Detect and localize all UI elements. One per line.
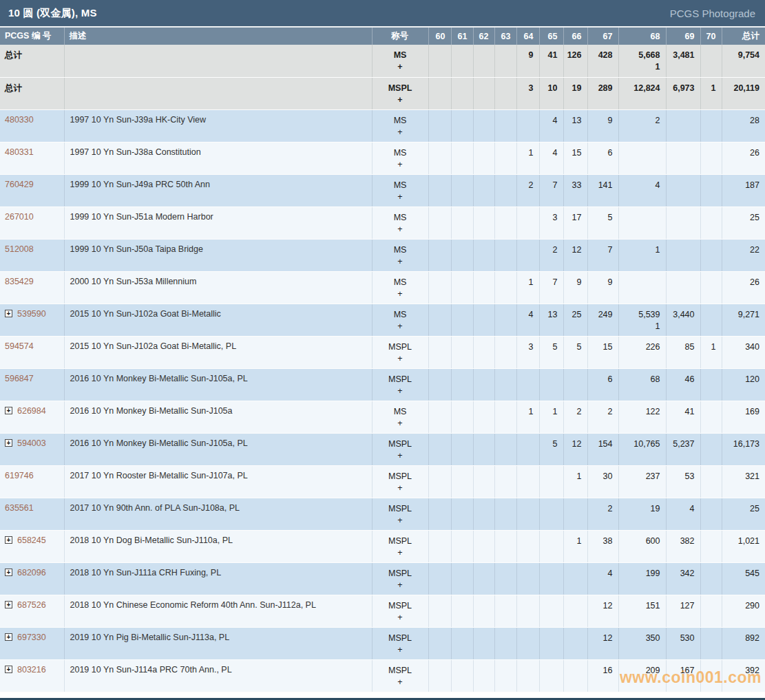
grade-68-count: 5,6681 (618, 45, 666, 77)
expand-icon[interactable]: + (5, 601, 12, 608)
expand-icon[interactable]: + (5, 407, 12, 414)
grade-66-count: 13 (563, 109, 587, 142)
designation-label: MSPL (373, 535, 428, 547)
grade-69-count: 530 (666, 627, 700, 659)
grade-70-count (700, 530, 722, 562)
row-total: 26 (722, 271, 765, 304)
plus-designation-label: + (373, 418, 428, 429)
designation-label: MSPL (373, 665, 428, 677)
plus-designation-label: + (373, 677, 428, 688)
pcgs-number-link[interactable]: 682096 (17, 568, 46, 577)
pcgs-number-link[interactable]: 596847 (5, 374, 34, 383)
pcgs-number-cell: +682096 (0, 562, 64, 595)
grade-64-count (516, 659, 539, 692)
grade-62-count (473, 142, 494, 174)
plus-designation-label: + (373, 159, 428, 171)
grade-69-count: 127 (666, 595, 700, 627)
pcgs-number-link[interactable]: 512008 (5, 244, 34, 254)
pcgs-number-link[interactable]: 626984 (17, 406, 46, 416)
pcgs-number-cell: 596847 (0, 368, 64, 401)
pcgs-number-link[interactable]: 658245 (17, 535, 46, 545)
pcgs-number-link[interactable]: 594003 (17, 438, 46, 448)
grade-count-value: 167 (667, 665, 695, 677)
coin-description: 2017 10 Yn 90th Ann. of PLA Sun-J108a, P… (64, 498, 372, 530)
grade-count-value: 5 (588, 212, 613, 224)
pcgs-number-link[interactable]: 480331 (5, 147, 34, 157)
plus-designation-label: + (373, 450, 428, 462)
table-row: 5968472016 10 Yn Monkey Bi-Metallic Sun-… (0, 368, 765, 401)
grade-63-count (494, 142, 516, 174)
row-total: 25 (722, 498, 765, 530)
table-header-row: PCGS 编 号描述称号6061626364656667686970总计 (0, 27, 765, 45)
grade-69-count: 46 (666, 368, 700, 401)
pcgs-number-link[interactable]: 835429 (5, 277, 34, 286)
grade-64-count (516, 498, 539, 530)
designation-cell: MS+ (372, 206, 428, 239)
grade-64-count (516, 595, 539, 627)
grade-62-count (473, 45, 494, 77)
pcgs-number-cell: 480331 (0, 142, 64, 174)
pcgs-number-cell: +697330 (0, 627, 64, 659)
designation-cell: MSPL+ (372, 77, 428, 109)
pcgs-number-link[interactable]: 267010 (5, 212, 34, 222)
designation-cell: MSPL+ (372, 433, 428, 465)
grade-60-count (428, 465, 451, 498)
pcgs-number-link[interactable]: 635561 (5, 503, 34, 513)
grade-67-count: 154 (587, 433, 618, 465)
pcgs-number-link[interactable]: 480330 (5, 115, 34, 125)
grade-68-count (618, 206, 666, 239)
grade-count-value: 199 (619, 568, 660, 580)
row-total: 187 (722, 174, 765, 206)
expand-icon[interactable]: + (5, 536, 12, 544)
plus-designation-label: + (373, 256, 428, 268)
grade-count-value: 209 (619, 665, 660, 677)
plus-designation-label: + (373, 224, 428, 235)
grade-count-value: 10,765 (619, 438, 660, 450)
grade-63-count (494, 206, 516, 239)
expand-icon[interactable]: + (5, 310, 12, 317)
pcgs-number-link[interactable]: 594574 (5, 341, 34, 351)
grade-count-value: 6 (588, 374, 613, 385)
pcgs-number-link[interactable]: 803216 (17, 665, 46, 675)
grade-70-count (700, 45, 722, 77)
grade-63-count (494, 304, 516, 336)
pcgs-number-link[interactable]: 760429 (5, 180, 34, 189)
pcgs-number-link[interactable]: 697330 (17, 633, 46, 642)
pcgs-number-link[interactable]: 687526 (17, 600, 46, 610)
col-header-grade-60: 60 (428, 27, 451, 45)
grade-64-count (516, 562, 539, 595)
grade-62-count (473, 659, 494, 692)
grade-count-value: 154 (588, 438, 613, 450)
grade-66-count: 17 (563, 206, 587, 239)
col-header-grade-65: 65 (539, 27, 563, 45)
coin-description: 2019 10 Yn Sun-J114a PRC 70th Ann., PL (64, 659, 372, 692)
coin-description: 1999 10 Yn Sun-J51a Modern Harbor (64, 206, 372, 239)
page-title: 10 圆 (双金属), MS (8, 7, 97, 20)
designation-label: MSPL (373, 633, 428, 644)
grade-67-count: 9 (587, 271, 618, 304)
grade-67-count: 5 (587, 206, 618, 239)
designation-cell: MS+ (372, 174, 428, 206)
expand-icon[interactable]: + (5, 569, 12, 576)
table-row: +5395902015 10 Yn Sun-J102a Goat Bi-Meta… (0, 304, 765, 336)
plus-designation-label: + (373, 612, 428, 624)
grade-count-value: 126 (564, 50, 582, 61)
expand-icon[interactable]: + (5, 666, 12, 673)
grade-65-count: 7 (539, 271, 563, 304)
pcgs-number-link[interactable]: 539590 (17, 309, 46, 319)
grade-67-count: 2 (587, 401, 618, 433)
grade-60-count (428, 77, 451, 109)
pcgs-number-link[interactable]: 619746 (5, 471, 34, 480)
grade-63-count (494, 627, 516, 659)
grade-67-count: 38 (587, 530, 618, 562)
grade-68-count: 12,824 (618, 77, 666, 109)
grade-68-count: 350 (618, 627, 666, 659)
row-total: 392 (722, 659, 765, 692)
photograde-link[interactable]: PCGS Photograde (670, 8, 755, 19)
grade-65-count: 7 (539, 174, 563, 206)
coin-description: 2018 10 Yn Chinese Economic Reform 40th … (64, 595, 372, 627)
expand-icon[interactable]: + (5, 439, 12, 447)
expand-icon[interactable]: + (5, 633, 12, 641)
grade-65-count (539, 530, 563, 562)
grade-count-value: 3 (517, 341, 534, 353)
